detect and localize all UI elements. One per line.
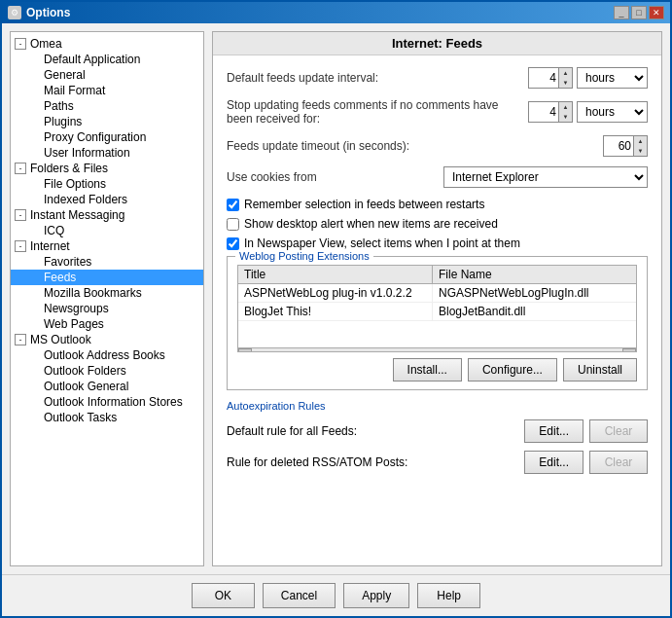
default-rule-row: Default rule for all Feeds: Edit... Clea… (227, 419, 648, 443)
cookies-label: Use cookies from (227, 170, 438, 184)
tree-item-mail-format[interactable]: Mail Format (11, 83, 203, 98)
expand-internet-icon[interactable]: - (15, 240, 26, 252)
table-row-0[interactable]: ASPNetWebLog plug-in v1.0.2.2 NGASPNetWe… (238, 284, 636, 303)
tree-label-proxy: Proxy Configuration (44, 130, 146, 144)
tree-label-general: General (44, 68, 86, 82)
default-feeds-down-btn[interactable]: ▼ (559, 78, 572, 88)
minimize-button[interactable]: _ (614, 6, 629, 19)
tree-item-outlook-general[interactable]: Outlook General (11, 379, 203, 394)
newspaper-view-checkbox[interactable] (227, 237, 239, 250)
tree-item-outlook-info-stores[interactable]: Outlook Information Stores (11, 394, 203, 410)
stop-updating-up-btn[interactable]: ▲ (559, 102, 572, 112)
stop-updating-spinner[interactable]: ▲ ▼ (528, 101, 573, 123)
tree-item-ms-outlook[interactable]: - MS Outlook (11, 332, 203, 347)
default-feeds-input[interactable] (529, 68, 558, 88)
tree-item-general[interactable]: General (11, 67, 203, 83)
close-button[interactable]: ✕ (649, 6, 664, 19)
weblog-table-container: Title File Name ASPNetWebLog plug-in v1.… (237, 265, 637, 352)
tree-label-outlook-folders: Outlook Folders (44, 364, 126, 378)
show-desktop-alert-checkbox[interactable] (227, 218, 239, 231)
horizontal-scrollbar[interactable]: ◀ ▶ (238, 347, 636, 352)
default-feeds-controls: ▲ ▼ hours minutes days (528, 67, 648, 89)
tree-item-outlook-folders[interactable]: Outlook Folders (11, 363, 203, 379)
tree-label-web-pages: Web Pages (44, 317, 104, 331)
tree-item-newsgroups[interactable]: Newsgroups (11, 301, 203, 316)
timeout-spin-btns: ▲ ▼ (633, 136, 647, 156)
timeout-up-btn[interactable]: ▲ (634, 136, 647, 146)
stop-updating-input[interactable] (529, 102, 558, 122)
stop-updating-controls: ▲ ▼ hours minutes days (528, 101, 648, 123)
timeout-down-btn[interactable]: ▼ (634, 146, 647, 156)
uninstall-button[interactable]: Uninstall (563, 358, 637, 382)
timeout-spinner[interactable]: ▲ ▼ (603, 135, 648, 157)
deleted-rule-edit-button[interactable]: Edit... (524, 451, 584, 474)
tree-item-default-app[interactable]: Default Application (11, 52, 203, 67)
timeout-input[interactable] (604, 136, 633, 156)
right-panel: Internet: Feeds Default feeds update int… (212, 31, 662, 566)
tree-item-outlook-addr[interactable]: Outlook Address Books (11, 347, 203, 363)
cookies-select[interactable]: Internet Explorer Firefox None (443, 166, 648, 188)
right-panel-body: Default feeds update interval: ▲ ▼ hours… (213, 55, 661, 565)
expand-folders-icon[interactable]: - (15, 163, 26, 174)
maximize-button[interactable]: □ (631, 6, 647, 19)
stop-updating-down-btn[interactable]: ▼ (559, 112, 572, 122)
tree-item-proxy[interactable]: Proxy Configuration (11, 129, 203, 145)
window-icon: ⚙ (8, 6, 21, 19)
install-button[interactable]: Install... (393, 358, 462, 382)
cookies-row: Use cookies from Internet Explorer Firef… (227, 166, 648, 188)
scroll-right-btn[interactable]: ▶ (622, 348, 636, 353)
tree-item-internet[interactable]: - Internet (11, 238, 203, 254)
tree-item-instant-msg[interactable]: - Instant Messaging (11, 207, 203, 223)
help-button[interactable]: Help (417, 583, 480, 608)
content-area: - Omea Default Application General Mail … (2, 23, 670, 574)
cookies-controls: Internet Explorer Firefox None (443, 166, 648, 188)
default-feeds-unit-select[interactable]: hours minutes days (577, 67, 648, 89)
tree-label-mail-format: Mail Format (44, 84, 105, 97)
tree-item-file-options[interactable]: File Options (11, 176, 203, 192)
table-cell-filename-0: NGASPNetWebLogPlugIn.dll (433, 284, 636, 302)
configure-button[interactable]: Configure... (468, 358, 557, 382)
tree-item-folders-files[interactable]: - Folders & Files (11, 161, 203, 176)
scroll-track[interactable] (252, 351, 622, 353)
title-buttons: _ □ ✕ (614, 6, 664, 19)
tree-item-favorites[interactable]: Favorites (11, 254, 203, 270)
col-header-title: Title (238, 266, 433, 283)
remember-selection-checkbox[interactable] (227, 199, 239, 211)
weblog-btn-row: Install... Configure... Uninstall (237, 358, 637, 382)
stop-updating-unit-select[interactable]: hours minutes days (577, 101, 648, 123)
tree-item-icq[interactable]: ICQ (11, 223, 203, 238)
default-feeds-spinner[interactable]: ▲ ▼ (528, 67, 573, 89)
tree-item-web-pages[interactable]: Web Pages (11, 316, 203, 332)
tree-item-plugins[interactable]: Plugins (11, 114, 203, 129)
tree-label-plugins: Plugins (44, 115, 82, 128)
tree-label-feeds: Feeds (44, 271, 76, 284)
scroll-left-btn[interactable]: ◀ (238, 348, 252, 353)
default-rule-edit-button[interactable]: Edit... (524, 419, 584, 443)
cancel-button[interactable]: Cancel (263, 583, 336, 608)
tree-item-outlook-tasks[interactable]: Outlook Tasks (11, 410, 203, 425)
expand-instant-msg-icon[interactable]: - (15, 209, 26, 221)
expand-omea-icon[interactable]: - (15, 38, 26, 50)
weblog-table-header: Title File Name (238, 266, 636, 284)
title-bar: ⚙ Options _ □ ✕ (2, 2, 670, 23)
table-row-1[interactable]: BlogJet This! BlogJetBandit.dll (238, 303, 636, 321)
tree-item-paths[interactable]: Paths (11, 98, 203, 114)
timeout-label: Feeds update timeout (in seconds): (227, 139, 597, 153)
deleted-rule-clear-button[interactable]: Clear (589, 451, 648, 474)
show-desktop-alert-row: Show desktop alert when new items are re… (227, 217, 648, 231)
default-feeds-label: Default feeds update interval: (227, 71, 522, 85)
expand-ms-outlook-icon[interactable]: - (15, 334, 26, 345)
tree-item-mozilla[interactable]: Mozilla Bookmarks (11, 285, 203, 301)
tree-item-feeds[interactable]: Feeds (11, 270, 203, 285)
apply-button[interactable]: Apply (343, 583, 409, 608)
tree-label-paths: Paths (44, 99, 74, 113)
stop-updating-row: Stop updating feeds comments if no comme… (227, 98, 648, 126)
tree-item-user-info[interactable]: User Information (11, 145, 203, 161)
tree-item-indexed-folders[interactable]: Indexed Folders (11, 192, 203, 207)
tree-item-omea[interactable]: - Omea (11, 36, 203, 52)
default-rule-label: Default rule for all Feeds: (227, 424, 518, 438)
default-feeds-up-btn[interactable]: ▲ (559, 68, 572, 78)
tree-label-user-info: User Information (44, 146, 130, 160)
ok-button[interactable]: OK (192, 583, 255, 608)
default-rule-clear-button[interactable]: Clear (589, 419, 648, 443)
